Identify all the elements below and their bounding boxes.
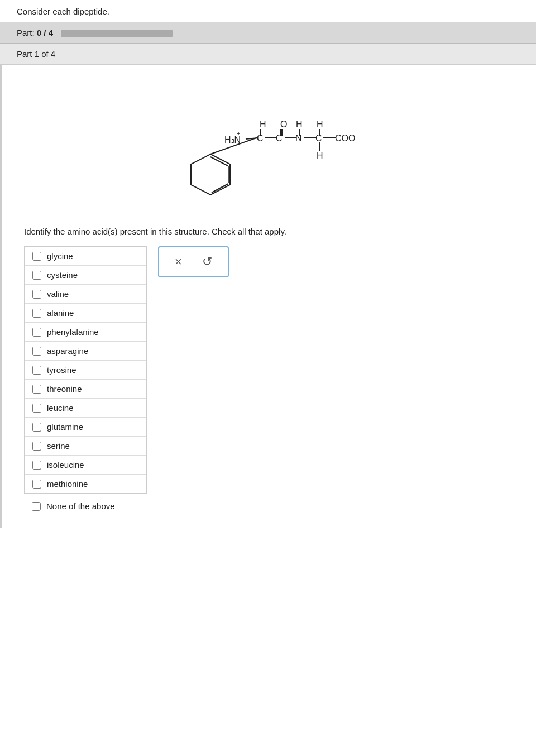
checkbox-item-isoleucine[interactable]: isoleucine	[25, 456, 146, 475]
checkbox-item-methionine[interactable]: methionine	[25, 475, 146, 493]
part-subheader: Part 1 of 4	[0, 44, 536, 65]
question-label: Identify the amino acid(s) present in th…	[24, 227, 286, 236]
svg-text:−: −	[358, 127, 362, 134]
undo-icon: ↺	[202, 255, 212, 269]
checkbox-serine[interactable]	[32, 442, 41, 451]
svg-text:H: H	[317, 119, 323, 129]
checkbox-item-threonine[interactable]: threonine	[25, 380, 146, 399]
molecule-diagram: H₃N + C H C O N H	[18, 76, 519, 227]
action-box: × ↺	[158, 246, 229, 277]
checkbox-label-isoleucine: isoleucine	[47, 460, 84, 470]
checkbox-label-glycine: glycine	[47, 251, 73, 261]
part-score: 0 / 4	[37, 28, 53, 37]
checkbox-isoleucine[interactable]	[32, 461, 41, 470]
checkbox-label-phenylalanine: phenylalanine	[47, 327, 99, 337]
checkbox-list: glycinecysteinevalinealaninephenylalanin…	[24, 246, 147, 494]
checkbox-tyrosine[interactable]	[32, 366, 41, 375]
checkbox-glycine[interactable]	[32, 252, 41, 261]
checkbox-cysteine[interactable]	[32, 271, 41, 280]
svg-text:H: H	[317, 151, 323, 160]
checkbox-item-cysteine[interactable]: cysteine	[25, 266, 146, 285]
checkbox-asparagine[interactable]	[32, 347, 41, 356]
checkbox-label-glutamine: glutamine	[47, 422, 83, 432]
checkbox-item-glutamine[interactable]: glutamine	[25, 418, 146, 437]
checkbox-item-leucine[interactable]: leucine	[25, 399, 146, 418]
checkbox-methionine[interactable]	[32, 480, 41, 489]
part-header: Part: 0 / 4	[0, 22, 536, 44]
instruction-text: Consider each dipeptide.	[17, 7, 109, 16]
svg-text:H: H	[296, 119, 303, 129]
checkbox-label-leucine: leucine	[47, 403, 74, 413]
svg-text:H: H	[260, 119, 266, 129]
svg-text:C: C	[257, 133, 264, 143]
none-of-above-item[interactable]: None of the above	[24, 496, 147, 516]
molecule-svg: H₃N + C H C O N H	[152, 87, 386, 210]
svg-line-3	[212, 184, 228, 193]
part-label: Part:	[17, 28, 35, 37]
checkbox-label-tyrosine: tyrosine	[47, 365, 76, 375]
options-area: glycinecysteinevalinealaninephenylalanin…	[18, 246, 519, 516]
checkbox-label-alanine: alanine	[47, 308, 74, 318]
checkbox-item-asparagine[interactable]: asparagine	[25, 342, 146, 361]
main-content: H₃N + C H C O N H	[0, 65, 536, 528]
checkbox-glutamine[interactable]	[32, 423, 41, 432]
checkbox-item-alanine[interactable]: alanine	[25, 304, 146, 323]
x-icon: ×	[175, 255, 182, 269]
checkbox-item-glycine[interactable]: glycine	[25, 247, 146, 266]
undo-button[interactable]: ↺	[198, 253, 217, 270]
checkbox-label-serine: serine	[47, 441, 70, 451]
svg-text:C: C	[315, 133, 322, 143]
svg-text:N: N	[295, 133, 302, 143]
svg-marker-0	[191, 154, 230, 195]
instruction: Consider each dipeptide.	[0, 0, 536, 22]
svg-text:+: +	[237, 130, 240, 137]
checkbox-list-container: glycinecysteinevalinealaninephenylalanin…	[24, 246, 147, 516]
checkbox-valine[interactable]	[32, 290, 41, 299]
checkbox-item-serine[interactable]: serine	[25, 437, 146, 456]
checkbox-label-threonine: threonine	[47, 384, 82, 394]
none-of-above-label: None of the above	[46, 501, 115, 511]
checkbox-label-valine: valine	[47, 289, 69, 299]
checkbox-item-phenylalanine[interactable]: phenylalanine	[25, 323, 146, 342]
checkbox-item-valine[interactable]: valine	[25, 285, 146, 304]
svg-line-7	[246, 138, 258, 139]
checkbox-label-methionine: methionine	[47, 479, 88, 489]
question-text: Identify the amino acid(s) present in th…	[18, 227, 519, 236]
checkbox-phenylalanine[interactable]	[32, 328, 41, 337]
checkbox-label-cysteine: cysteine	[47, 270, 78, 280]
svg-text:C: C	[276, 133, 283, 143]
checkbox-label-asparagine: asparagine	[47, 346, 88, 356]
checkbox-threonine[interactable]	[32, 385, 41, 394]
clear-button[interactable]: ×	[170, 253, 186, 270]
part-subheader-text: Part 1 of 4	[17, 49, 55, 59]
checkbox-alanine[interactable]	[32, 309, 41, 318]
checkbox-leucine[interactable]	[32, 404, 41, 413]
checkbox-item-tyrosine[interactable]: tyrosine	[25, 361, 146, 380]
svg-text:COO: COO	[335, 133, 355, 143]
progress-bar	[61, 30, 173, 37]
svg-text:O: O	[280, 119, 287, 129]
none-of-above-checkbox[interactable]	[32, 502, 41, 511]
